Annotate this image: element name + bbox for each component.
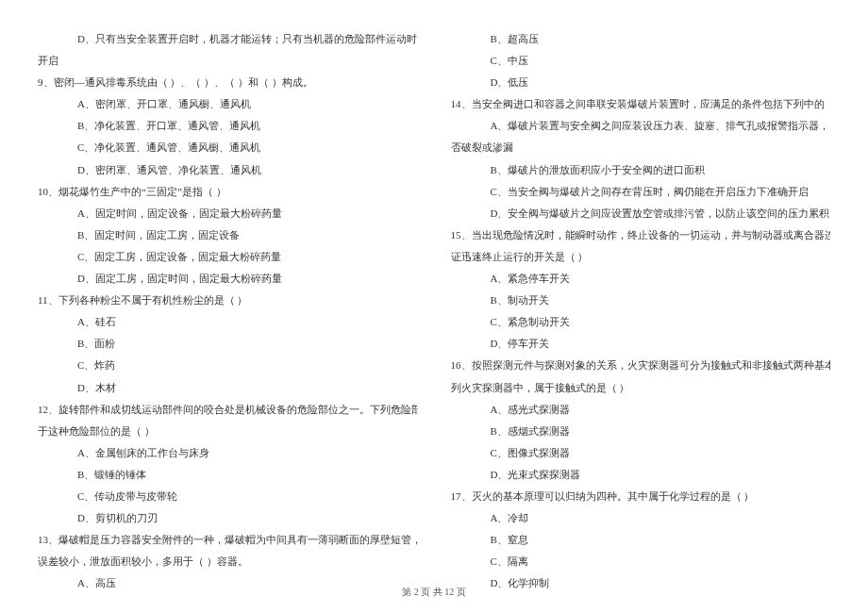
right-line: D、光束式探探测器 — [451, 464, 831, 486]
right-line: A、冷却 — [451, 507, 831, 529]
right-line: B、爆破片的泄放面积应小于安全阀的进口面积 — [451, 159, 831, 181]
right-line: B、窒息 — [451, 529, 831, 551]
left-line: 13、爆破帽是压力容器安全附件的一种，爆破帽为中间具有一薄弱断面的厚壁短管，爆破… — [38, 529, 418, 551]
right-line: D、低压 — [451, 72, 831, 93]
right-line: A、紧急停车开关 — [451, 268, 831, 290]
left-line: D、木材 — [38, 377, 418, 399]
page-footer: 第 2 页 共 12 页 — [0, 582, 868, 602]
right-line: 否破裂或渗漏 — [451, 137, 831, 158]
right-line: D、停车开关 — [451, 333, 831, 355]
left-line: C、净化装置、通风管、通风橱、通风机 — [38, 137, 418, 158]
left-line: C、炸药 — [38, 355, 418, 376]
right-line: 14、当安全阀进口和容器之间串联安装爆破片装置时，应满足的条件包括下列中的（ ） — [451, 93, 831, 115]
left-line: A、密闭罩、开口罩、通风橱、通风机 — [38, 93, 418, 115]
right-line: 证迅速终止运行的开关是（ ） — [451, 246, 831, 268]
left-line: D、密闭罩、通风管、净化装置、通风机 — [38, 159, 418, 181]
left-line: B、面粉 — [38, 333, 418, 355]
right-line: 列火灾探测器中，属于接触式的是（ ） — [451, 377, 831, 399]
left-line: 11、下列各种粉尘不属于有机性粉尘的是（ ） — [38, 290, 418, 311]
left-line: A、硅石 — [38, 311, 418, 333]
right-line: B、制动开关 — [451, 290, 831, 311]
left-line: 开启 — [38, 50, 418, 72]
left-line: B、净化装置、开口罩、通风管、通风机 — [38, 115, 418, 137]
right-line: C、隔离 — [451, 551, 831, 572]
left-line: A、固定时间，固定设备，固定最大粉碎药量 — [38, 203, 418, 224]
left-line: 12、旋转部件和成切线运动部件间的咬合处是机械设备的危险部位之一。下列危险部位中… — [38, 399, 418, 421]
right-line: B、感烟式探测器 — [451, 421, 831, 442]
right-line: 16、按照探测元件与探测对象的关系，火灾探测器可分为接触式和非接触式两种基本类型… — [451, 355, 831, 376]
right-line: 15、当出现危险情况时，能瞬时动作，终止设备的一切运动，并与制动器或离合器连锁，… — [451, 224, 831, 246]
left-line: B、固定时间，固定工房，固定设备 — [38, 224, 418, 246]
left-line: D、只有当安全装置开启时，机器才能运转；只有当机器的危险部件运动时，安全装置才能 — [38, 28, 418, 50]
left-line: D、剪切机的刀刃 — [38, 507, 418, 529]
left-column: D、只有当安全装置开启时，机器才能运转；只有当机器的危险部件运动时，安全装置才能… — [38, 28, 418, 575]
right-line: C、中压 — [451, 50, 831, 72]
right-line: C、紧急制动开关 — [451, 311, 831, 333]
left-line: 于这种危险部位的是（ ） — [38, 421, 418, 442]
right-line: A、感光式探测器 — [451, 399, 831, 421]
right-line: A、爆破片装置与安全阀之间应装设压力表、旋塞、排气孔或报警指示器，以检查爆破片是 — [451, 115, 831, 137]
two-column-layout: D、只有当安全装置开启时，机器才能运转；只有当机器的危险部件运动时，安全装置才能… — [38, 28, 830, 575]
left-line: C、传动皮带与皮带轮 — [38, 486, 418, 507]
left-line: D、固定工房，固定时间，固定最大粉碎药量 — [38, 268, 418, 290]
right-line: 17、灭火的基本原理可以归纳为四种。其中属于化学过程的是（ ） — [451, 486, 831, 507]
left-line: A、金属刨床的工作台与床身 — [38, 442, 418, 464]
right-line: C、当安全阀与爆破片之间存在背压时，阀仍能在开启压力下准确开启 — [451, 181, 831, 203]
right-line: D、安全阀与爆破片之间应设置放空管或排污管，以防止该空间的压力累积 — [451, 203, 831, 224]
left-line: 10、烟花爆竹生产中的“三固定”是指（ ） — [38, 181, 418, 203]
left-line: 误差较小，泄放面积较小，多用于（ ）容器。 — [38, 551, 418, 572]
right-line: B、超高压 — [451, 28, 831, 50]
right-line: C、图像式探测器 — [451, 442, 831, 464]
left-line: 9、密闭—通风排毒系统由（ ）、（ ）、（ ）和（ ）构成。 — [38, 72, 418, 93]
right-column: B、超高压C、中压D、低压14、当安全阀进口和容器之间串联安装爆破片装置时，应满… — [451, 28, 831, 575]
left-line: C、固定工房，固定设备，固定最大粉碎药量 — [38, 246, 418, 268]
left-line: B、锻锤的锤体 — [38, 464, 418, 486]
